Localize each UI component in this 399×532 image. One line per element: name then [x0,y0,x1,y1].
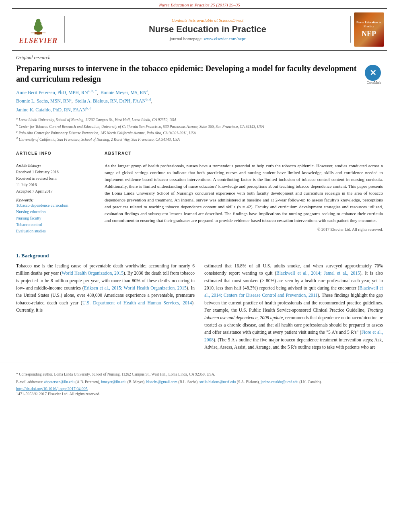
footnotes-bar: * Corresponding author. Loma Linda Unive… [0,362,399,399]
content-area: Original research Preparing nurses to in… [0,51,399,241]
journal-title: Nurse Education in Practice [73,24,342,35]
authors-list: Anne Berit Petersen, PhD, MPH, RNa, b, *… [16,88,383,114]
article-history: Article history: Received 1 February 201… [16,162,97,195]
divider-1 [16,147,383,147]
background-right-text: estimated that 16.8% of all U.S. adults … [204,262,383,351]
doi-link[interactable]: http://dx.doi.org/10.1016/j.nepr.2017.04… [16,386,383,391]
svg-point-3 [36,19,41,23]
background-left-text: Tobacco use is the leading cause of prev… [16,262,195,314]
journal-center: Contents lists available at ScienceDirec… [64,16,351,43]
keyword-2: Nursing education [16,209,97,215]
author-3: Bonnie L. Sachs, MSN, RN [16,98,70,104]
affiliations: a Loma Linda University, School of Nursi… [16,116,383,143]
corresponding-author-note: * Corresponding author. Loma Linda Unive… [16,372,383,377]
keyword-3: Nursing faculty [16,215,97,222]
article-info-heading: ARTICLE INFO [16,151,97,156]
history-label: Article history: [16,162,97,169]
link-eriksen[interactable]: Eriksen et al., 2015; World Health Organ… [84,286,187,290]
journal-header: ELSEVIER Contents lists available at Sci… [12,8,387,51]
divider-2 [16,159,97,159]
elsevier-wordmark: ELSEVIER [19,37,58,45]
keyword-4: Tobacco control [16,222,97,228]
author-2: Bonnie Meyer, MS, RN [101,90,147,95]
journal-thumbnail: Nurse Education in Practice NEP [351,12,387,47]
link-usdhhs[interactable]: U.S. Department of Health and Human Serv… [82,300,192,305]
footnote-divider [16,369,383,369]
link-who2015a[interactable]: World Health Organization, 2015 [62,271,123,275]
keyword-5: Evaluation studies [16,228,97,234]
revised-date: 11 July 2016 [16,182,97,188]
author-4: Stella A. Bialous, RN, DrPH, FAAN [75,98,146,104]
article-title: Preparing nurses to intervene in the tob… [16,63,361,84]
homepage-link[interactable]: www.elsevier.com/nepr [204,36,246,41]
crossmark-badge: ✕ CrossMark [365,65,383,83]
copyright-line: © 2017 Elsevier Ltd. All rights reserved… [105,227,383,232]
title-row: Preparing nurses to intervene in the tob… [16,63,383,84]
article-type: Original research [16,55,383,61]
elsevier-logo: ELSEVIER [12,12,64,47]
email-meyer[interactable]: bmeyer@llu.edu [101,380,126,384]
link-cdc[interactable]: Blackwell et al., 2014; Centers for Dise… [204,286,383,298]
divider-3 [105,159,383,159]
journal-homepage: journal homepage: www.elsevier.com/nepr [73,36,342,41]
background-right-col: estimated that 16.8% of all U.S. adults … [204,262,383,354]
author-1: Anne Berit Petersen, PhD, MPH, RN [16,90,88,95]
svg-rect-4 [35,32,42,35]
abstract-panel: ABSTRACT As the largest group of health … [105,151,383,234]
email-petersen[interactable]: abpetersen@llu.edu [44,380,75,384]
info-abstract-section: ARTICLE INFO Article history: Received 1… [16,151,383,234]
background-section-title: 1. Background [16,253,383,259]
sciencedirect-link: Contents lists available at ScienceDirec… [73,18,342,23]
keywords-block: Keywords: Tobacco dependence curriculum … [16,198,97,234]
email-sachs[interactable]: blsachs@gmail.com [146,380,177,384]
background-body: Tobacco use is the leading cause of prev… [16,262,383,354]
email-cataldo[interactable]: janine.cataldo@ucsf.edu [261,380,298,384]
issn-text: 1471-5953/© 2017 Elsevier Ltd. All right… [16,392,383,396]
accepted-date: Accepted 7 April 2017 [16,188,97,195]
article-info-panel: ARTICLE INFO Article history: Received 1… [16,151,97,234]
divider-4 [16,241,383,241]
keyword-1: Tobacco dependence curriculum [16,202,97,209]
main-body: 1. Background Tobacco use is the leading… [0,244,399,354]
elsevier-tree-icon [22,14,54,36]
link-fiore[interactable]: Fiore et al., 2008 [204,330,383,342]
received-date: Received 1 February 2016 [16,169,97,175]
email-bialous[interactable]: stella.bialous@ucsf.edu [200,380,236,384]
email-note: E-mail addresses: abpetersen@llu.edu (A.… [16,379,383,385]
received-revised-label: Received in revised form [16,175,97,182]
abstract-heading: ABSTRACT [105,151,383,156]
link-blackwell[interactable]: Blackwell et al., 2014; Jamal et al., 20… [276,271,360,275]
journal-reference: Nurse Education in Practice 25 (2017) 29… [0,0,399,8]
author-5: Janine K. Cataldo, PhD, RN, FAAN [16,107,86,113]
abstract-text: As the largest group of health professio… [105,162,383,224]
background-left-col: Tobacco use is the leading cause of prev… [16,262,195,354]
keywords-label: Keywords: [16,198,97,202]
